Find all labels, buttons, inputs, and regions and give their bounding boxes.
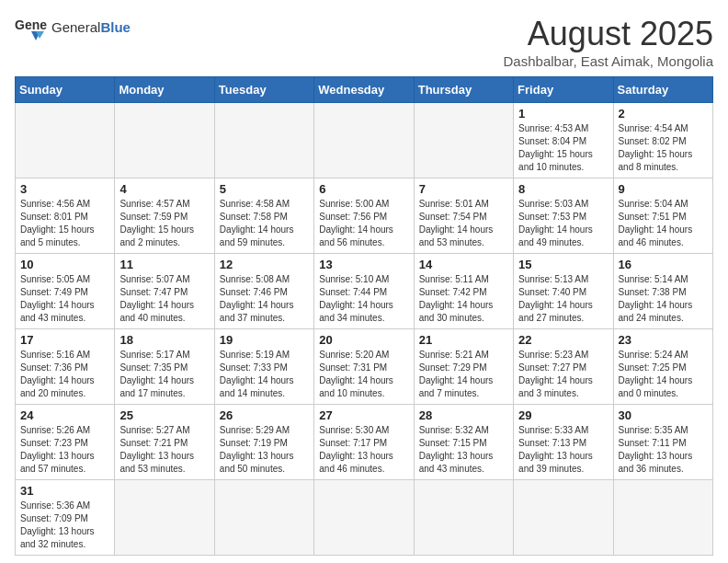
calendar-cell [613,480,712,556]
day-number: 9 [619,182,708,196]
calendar-cell [314,480,414,556]
day-number: 29 [518,408,608,422]
calendar-cell: 24Sunrise: 5:26 AM Sunset: 7:23 PM Dayli… [16,405,115,480]
calendar-cell: 30Sunrise: 5:35 AM Sunset: 7:11 PM Dayli… [613,405,712,480]
calendar-cell: 19Sunrise: 5:19 AM Sunset: 7:33 PM Dayli… [214,329,313,405]
calendar-cell: 6Sunrise: 5:00 AM Sunset: 7:56 PM Daylig… [314,178,414,254]
weekday-header-saturday: Saturday [613,77,712,103]
day-number: 5 [220,182,309,196]
calendar-cell: 8Sunrise: 5:03 AM Sunset: 7:53 PM Daylig… [514,178,613,254]
calendar-cell: 7Sunrise: 5:01 AM Sunset: 7:54 PM Daylig… [414,178,513,254]
logo-blue: Blue [100,19,131,35]
calendar-cell: 28Sunrise: 5:32 AM Sunset: 7:15 PM Dayli… [414,405,513,480]
day-info: Sunrise: 5:04 AM Sunset: 7:51 PM Dayligh… [619,198,708,249]
day-info: Sunrise: 5:33 AM Sunset: 7:13 PM Dayligh… [518,424,608,476]
day-info: Sunrise: 5:32 AM Sunset: 7:15 PM Dayligh… [419,424,508,476]
calendar-week-4: 17Sunrise: 5:16 AM Sunset: 7:36 PM Dayli… [16,329,713,405]
page-header: General GeneralBlue August 2025 Dashbalb… [15,15,713,69]
calendar-week-2: 3Sunrise: 4:56 AM Sunset: 8:01 PM Daylig… [16,178,713,254]
calendar-title-area: August 2025 Dashbalbar, East Aimak, Mong… [504,15,713,69]
calendar-cell: 10Sunrise: 5:05 AM Sunset: 7:49 PM Dayli… [16,254,115,329]
day-number: 14 [419,258,508,271]
calendar-cell [314,103,414,178]
day-info: Sunrise: 4:57 AM Sunset: 7:59 PM Dayligh… [119,198,209,249]
day-info: Sunrise: 4:54 AM Sunset: 8:02 PM Dayligh… [619,122,708,174]
calendar-cell: 3Sunrise: 4:56 AM Sunset: 8:01 PM Daylig… [16,178,115,254]
calendar-cell: 4Sunrise: 4:57 AM Sunset: 7:59 PM Daylig… [115,178,214,254]
day-info: Sunrise: 5:36 AM Sunset: 7:09 PM Dayligh… [20,500,109,551]
calendar-week-5: 24Sunrise: 5:26 AM Sunset: 7:23 PM Dayli… [16,405,713,480]
day-number: 13 [319,258,408,271]
weekday-header-thursday: Thursday [414,77,513,103]
calendar-cell: 31Sunrise: 5:36 AM Sunset: 7:09 PM Dayli… [16,480,115,556]
day-number: 27 [319,408,408,422]
calendar-cell: 9Sunrise: 5:04 AM Sunset: 7:51 PM Daylig… [613,178,712,254]
day-number: 22 [518,333,608,347]
day-info: Sunrise: 5:08 AM Sunset: 7:46 PM Dayligh… [220,273,309,325]
day-info: Sunrise: 4:56 AM Sunset: 8:01 PM Dayligh… [20,198,109,249]
calendar-title: August 2025 [504,15,713,53]
calendar-cell: 5Sunrise: 4:58 AM Sunset: 7:58 PM Daylig… [214,178,313,254]
calendar-cell: 20Sunrise: 5:20 AM Sunset: 7:31 PM Dayli… [314,329,414,405]
calendar-week-3: 10Sunrise: 5:05 AM Sunset: 7:49 PM Dayli… [16,254,713,329]
day-number: 10 [20,258,109,271]
calendar-cell [115,480,214,556]
day-info: Sunrise: 5:16 AM Sunset: 7:36 PM Dayligh… [20,349,109,400]
day-info: Sunrise: 5:10 AM Sunset: 7:44 PM Dayligh… [319,273,408,325]
weekday-header-row: SundayMondayTuesdayWednesdayThursdayFrid… [16,77,713,103]
day-info: Sunrise: 5:07 AM Sunset: 7:47 PM Dayligh… [119,273,209,325]
day-number: 21 [419,333,508,347]
day-info: Sunrise: 5:17 AM Sunset: 7:35 PM Dayligh… [119,349,209,400]
day-number: 20 [319,333,408,347]
calendar-cell: 23Sunrise: 5:24 AM Sunset: 7:25 PM Dayli… [613,329,712,405]
day-info: Sunrise: 5:27 AM Sunset: 7:21 PM Dayligh… [119,424,209,476]
calendar-cell: 25Sunrise: 5:27 AM Sunset: 7:21 PM Dayli… [115,405,214,480]
calendar-cell [16,103,115,178]
day-number: 4 [119,182,209,196]
logo: General GeneralBlue [15,15,131,40]
weekday-header-sunday: Sunday [16,77,115,103]
calendar-cell [115,103,214,178]
day-number: 16 [619,258,708,271]
calendar-cell [214,103,313,178]
calendar-cell: 27Sunrise: 5:30 AM Sunset: 7:17 PM Dayli… [314,405,414,480]
calendar-cell: 11Sunrise: 5:07 AM Sunset: 7:47 PM Dayli… [115,254,214,329]
day-number: 26 [220,408,309,422]
calendar-cell: 15Sunrise: 5:13 AM Sunset: 7:40 PM Dayli… [514,254,613,329]
day-number: 24 [20,408,109,422]
calendar-cell: 26Sunrise: 5:29 AM Sunset: 7:19 PM Dayli… [214,405,313,480]
calendar-week-6: 31Sunrise: 5:36 AM Sunset: 7:09 PM Dayli… [16,480,713,556]
calendar-cell: 13Sunrise: 5:10 AM Sunset: 7:44 PM Dayli… [314,254,414,329]
day-info: Sunrise: 5:21 AM Sunset: 7:29 PM Dayligh… [419,349,508,400]
day-info: Sunrise: 5:14 AM Sunset: 7:38 PM Dayligh… [619,273,708,325]
day-info: Sunrise: 5:19 AM Sunset: 7:33 PM Dayligh… [220,349,309,400]
day-number: 19 [220,333,309,347]
day-info: Sunrise: 5:29 AM Sunset: 7:19 PM Dayligh… [220,424,309,476]
day-info: Sunrise: 4:53 AM Sunset: 8:04 PM Dayligh… [518,122,608,174]
day-info: Sunrise: 5:03 AM Sunset: 7:53 PM Dayligh… [518,198,608,249]
logo-icon: General [15,15,48,40]
day-number: 23 [619,333,708,347]
calendar-cell: 14Sunrise: 5:11 AM Sunset: 7:42 PM Dayli… [414,254,513,329]
day-number: 3 [20,182,109,196]
day-number: 8 [518,182,608,196]
calendar-cell: 29Sunrise: 5:33 AM Sunset: 7:13 PM Dayli… [514,405,613,480]
day-info: Sunrise: 5:30 AM Sunset: 7:17 PM Dayligh… [319,424,408,476]
day-number: 17 [20,333,109,347]
day-number: 7 [419,182,508,196]
calendar-table: SundayMondayTuesdayWednesdayThursdayFrid… [15,76,713,556]
calendar-cell: 17Sunrise: 5:16 AM Sunset: 7:36 PM Dayli… [16,329,115,405]
day-info: Sunrise: 5:23 AM Sunset: 7:27 PM Dayligh… [518,349,608,400]
calendar-cell: 18Sunrise: 5:17 AM Sunset: 7:35 PM Dayli… [115,329,214,405]
day-number: 2 [619,107,708,121]
day-number: 31 [20,484,109,498]
svg-text:General: General [15,17,48,32]
weekday-header-wednesday: Wednesday [314,77,414,103]
day-info: Sunrise: 5:35 AM Sunset: 7:11 PM Dayligh… [619,424,708,476]
day-info: Sunrise: 5:13 AM Sunset: 7:40 PM Dayligh… [518,273,608,325]
calendar-subtitle: Dashbalbar, East Aimak, Mongolia [504,53,713,69]
day-info: Sunrise: 5:24 AM Sunset: 7:25 PM Dayligh… [619,349,708,400]
calendar-cell: 2Sunrise: 4:54 AM Sunset: 8:02 PM Daylig… [613,103,712,178]
day-number: 28 [419,408,508,422]
calendar-cell [514,480,613,556]
